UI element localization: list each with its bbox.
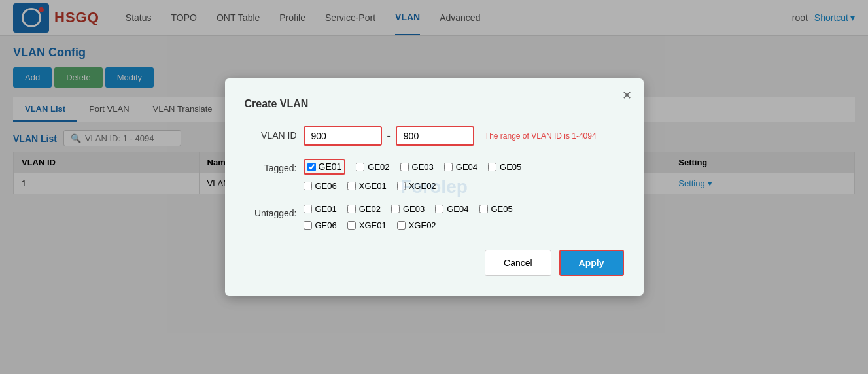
tagged-ge03-label: GE03 [412,162,434,172]
vlan-id-label: VLAN ID [245,126,297,141]
tagged-row: Tagged: GE01 GE02 GE03 [245,159,624,191]
tagged-ge05-item: GE05 [488,162,521,172]
tagged-ge02-label: GE02 [368,162,389,172]
tagged-ge01-checkbox[interactable] [307,163,316,171]
tagged-ge03-item: GE03 [400,162,434,172]
tagged-ge02-item: GE02 [356,162,389,172]
tagged-ge06-item: GE06 [304,181,337,191]
tagged-ge01-label: GE01 [319,162,342,172]
tagged-ge02-checkbox[interactable] [356,163,364,171]
vlan-id-end-input[interactable] [396,126,474,146]
create-vlan-modal: Create VLAN ✕ VLAN ID - The range of VLA… [225,78,644,204]
tagged-label: Tagged: [245,159,297,173]
tagged-ge04-checkbox[interactable] [444,163,453,171]
modal-overlay: Create VLAN ✕ VLAN ID - The range of VLA… [0,0,868,204]
tagged-ge03-checkbox[interactable] [400,163,409,171]
tagged-ge04-label: GE04 [456,162,477,172]
tagged-ge04-item: GE04 [444,162,477,172]
close-button[interactable]: ✕ [622,88,632,103]
tagged-ge05-label: GE05 [500,162,521,172]
tagged-xge01-label: XGE01 [359,181,387,191]
vlan-id-row: VLAN ID - The range of VLAN ID is 1-4094 [245,126,624,146]
tagged-xge02-item: XGE02 [397,181,436,191]
vlan-separator: - [387,130,391,142]
tagged-xge01-checkbox[interactable] [347,182,356,190]
tagged-xge02-checkbox[interactable] [397,182,406,190]
tagged-ge06-label: GE06 [315,181,337,191]
tagged-xge02-label: XGE02 [409,181,436,191]
tagged-ge06-checkbox[interactable] [304,182,312,190]
vlan-id-start-input[interactable] [304,126,382,146]
tagged-ge01-wrapper: GE01 [304,159,346,175]
vlan-id-content: - The range of VLAN ID is 1-4094 [304,126,624,146]
range-hint: The range of VLAN ID is 1-4094 [485,131,597,141]
tagged-content: GE01 GE02 GE03 GE04 [304,159,624,191]
tagged-ge05-checkbox[interactable] [488,163,496,171]
tagged-xge01-item: XGE01 [347,181,387,191]
modal-title: Create VLAN [245,98,624,110]
